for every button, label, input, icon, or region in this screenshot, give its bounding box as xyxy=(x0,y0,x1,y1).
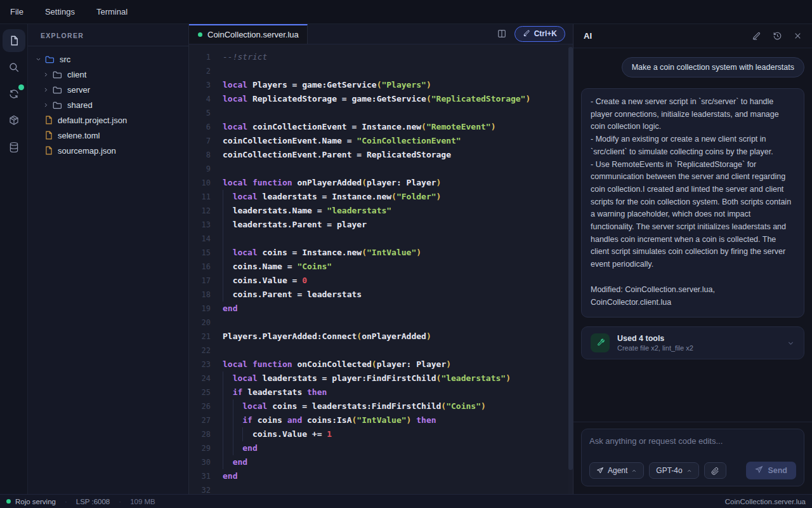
line-number: 15 xyxy=(189,246,211,260)
new-chat-pencil-icon[interactable] xyxy=(752,31,761,41)
line-number: 31 xyxy=(189,469,211,483)
code-line-6[interactable]: 6local coinCollectionEvent = Instance.ne… xyxy=(189,120,573,134)
menu-settings[interactable]: Settings xyxy=(45,7,75,17)
line-number: 11 xyxy=(189,190,211,204)
indent-guide xyxy=(223,385,233,399)
status-bar: Rojo serving · LSP :6008 · 109 MB CoinCo… xyxy=(0,494,812,508)
code-line-3[interactable]: 3local Players = game:GetService("Player… xyxy=(189,78,573,92)
attach-file-button[interactable] xyxy=(704,462,726,479)
line-number: 30 xyxy=(189,455,211,469)
file-icon xyxy=(45,131,53,140)
tree-item-default-project-json[interactable]: default.project.json xyxy=(28,112,188,128)
code-line-23[interactable]: 23local function onCoinCollected(player:… xyxy=(189,358,573,371)
code-line-8[interactable]: 8coinCollectionEvent.Parent = Replicated… xyxy=(189,148,573,162)
line-number: 18 xyxy=(189,288,211,302)
file-icon xyxy=(45,116,53,124)
file-tree: srcclientservershareddefault.project.jso… xyxy=(28,46,188,158)
code-editor[interactable]: 1--!strict23local Players = game:GetServ… xyxy=(189,44,573,494)
code-line-17[interactable]: 17coins.Value = 0 xyxy=(189,274,573,288)
code-line-11[interactable]: 11local leaderstats = Instance.new("Fold… xyxy=(189,190,573,204)
tab-coincollection-server-lua[interactable]: CoinCollection.server.lua xyxy=(189,24,308,44)
activity-files-button[interactable] xyxy=(3,29,25,52)
chevron-up-icon xyxy=(631,468,637,474)
editor-area: CoinCollection.server.lua Ctrl+K 1--!str… xyxy=(189,24,573,494)
tree-item-shared[interactable]: shared xyxy=(28,97,188,112)
tree-item-src[interactable]: src xyxy=(28,51,188,67)
chevron-down-icon[interactable] xyxy=(787,339,795,347)
code-line-16[interactable]: 16coins.Name = "Coins" xyxy=(189,260,573,274)
chat-input[interactable] xyxy=(589,436,796,457)
code-line-31[interactable]: 31end xyxy=(189,469,573,483)
model-dropdown[interactable]: GPT-4o xyxy=(649,462,698,479)
assistant-paragraph: - Use RemoteEvents in `ReplicatedStorage… xyxy=(591,159,795,271)
line-number: 7 xyxy=(189,134,211,148)
line-number: 29 xyxy=(189,441,211,455)
explorer-title: EXPLORER xyxy=(28,24,188,46)
code-line-19[interactable]: 19end xyxy=(189,302,573,316)
menu-file[interactable]: File xyxy=(10,7,23,17)
tree-item-sourcemap-json[interactable]: sourcemap.json xyxy=(28,143,188,158)
code-line-26[interactable]: 26local coins = leaderstats:FindFirstChi… xyxy=(189,399,573,413)
code-line-30[interactable]: 30end xyxy=(189,455,573,469)
indent-guide xyxy=(223,204,233,218)
code-line-9[interactable]: 9 xyxy=(189,162,573,176)
code-line-7[interactable]: 7coinCollectionEvent.Name = "CoinCollect… xyxy=(189,134,573,148)
tree-item-client[interactable]: client xyxy=(28,67,188,82)
code-line-27[interactable]: 27if coins and coins:IsA("IntValue") the… xyxy=(189,413,573,427)
indent-guide xyxy=(223,190,233,204)
code-line-20[interactable]: 20 xyxy=(189,316,573,330)
send-button[interactable]: Send xyxy=(746,462,796,479)
tools-card-subtitle: Create file x2, lint_file x2 xyxy=(617,344,693,352)
activity-package-button[interactable] xyxy=(3,109,25,132)
indent-guide xyxy=(233,427,243,441)
tools-used-card[interactable]: Used 4 tools Create file x2, lint_file x… xyxy=(581,326,804,359)
agent-mode-dropdown[interactable]: Agent xyxy=(589,462,644,479)
composer-area: Agent GPT-4o xyxy=(573,422,812,494)
code-line-10[interactable]: 10local function onPlayerAdded(player: P… xyxy=(189,176,573,190)
chat-thread: Make a coin collection system with leade… xyxy=(573,48,812,422)
activity-bar xyxy=(0,24,28,494)
activity-search-button[interactable] xyxy=(3,56,25,79)
ctrl-k-button[interactable]: Ctrl+K xyxy=(514,26,565,42)
indent-guide xyxy=(223,232,233,246)
tree-item-selene-toml[interactable]: selene.toml xyxy=(28,128,188,143)
scrollbar-thumb[interactable] xyxy=(568,47,573,470)
ai-panel-header: AI xyxy=(573,24,812,48)
split-editor-button[interactable] xyxy=(497,29,507,39)
code-line-28[interactable]: 28coins.Value += 1 xyxy=(189,427,573,441)
app-window: File Settings Terminal xyxy=(0,0,812,508)
code-line-4[interactable]: 4local ReplicatedStorage = game:GetServi… xyxy=(189,92,573,106)
line-number: 17 xyxy=(189,274,211,288)
code-line-25[interactable]: 25if leaderstats then xyxy=(189,385,573,399)
menu-terminal[interactable]: Terminal xyxy=(96,7,128,17)
code-line-18[interactable]: 18coins.Parent = leaderstats xyxy=(189,288,573,302)
editor-scrollbar[interactable] xyxy=(568,44,573,494)
indent-guide xyxy=(223,455,233,469)
code-line-24[interactable]: 24local leaderstats = player:FindFirstCh… xyxy=(189,371,573,385)
line-number: 20 xyxy=(189,316,211,330)
paper-plane-icon xyxy=(755,465,763,476)
search-icon xyxy=(8,62,20,73)
tree-item-server[interactable]: server xyxy=(28,82,188,97)
activity-sync-button[interactable] xyxy=(3,83,25,105)
code-line-5[interactable]: 5 xyxy=(189,106,573,120)
tree-item-label: selene.toml xyxy=(58,131,100,140)
folder-icon xyxy=(53,70,62,79)
history-icon[interactable] xyxy=(773,31,782,41)
code-line-14[interactable]: 14 xyxy=(189,232,573,246)
code-line-32[interactable]: 32 xyxy=(189,483,573,494)
code-line-1[interactable]: 1--!strict xyxy=(189,50,573,64)
user-message: Make a coin collection system with leade… xyxy=(622,57,804,77)
chevron-right-icon xyxy=(43,87,49,93)
activity-database-button[interactable] xyxy=(3,136,25,159)
code-line-15[interactable]: 15local coins = Instance.new("IntValue") xyxy=(189,246,573,260)
code-line-22[interactable]: 22 xyxy=(189,344,573,358)
line-number: 25 xyxy=(189,385,211,399)
code-line-29[interactable]: 29end xyxy=(189,441,573,455)
code-line-2[interactable]: 2 xyxy=(189,64,573,78)
close-icon[interactable] xyxy=(794,32,802,40)
code-line-21[interactable]: 21Players.PlayerAdded:Connect(onPlayerAd… xyxy=(189,330,573,344)
code-line-12[interactable]: 12leaderstats.Name = "leaderstats" xyxy=(189,204,573,218)
paperclip-icon xyxy=(711,467,719,475)
code-line-13[interactable]: 13leaderstats.Parent = player xyxy=(189,218,573,232)
